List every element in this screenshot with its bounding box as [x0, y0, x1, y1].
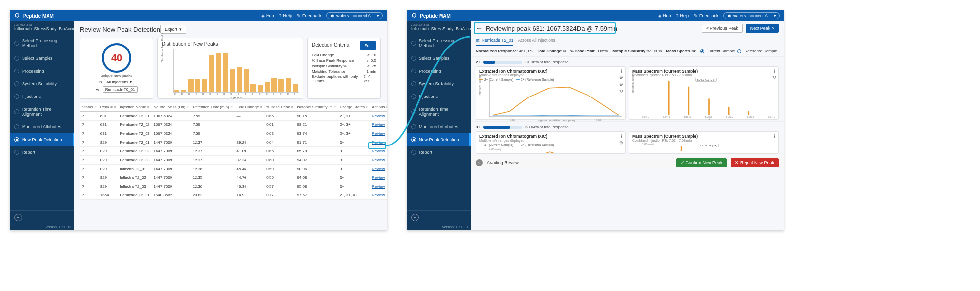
user-icon: ☻ — [330, 13, 334, 18]
radio-current-sample[interactable] — [700, 49, 704, 53]
table-row: ?829Inflectra T2_021447.700912.3544.760.… — [80, 173, 387, 182]
in-injections-select[interactable]: All Injections▾ — [104, 79, 134, 85]
review-link[interactable]: Review — [372, 167, 385, 171]
review-link[interactable]: Review — [372, 158, 385, 162]
tab-current-injection[interactable]: In: Remicade T2_01 — [476, 36, 513, 46]
step-marker-icon — [14, 56, 19, 61]
app-logo-icon — [411, 12, 417, 19]
previous-peak-button[interactable]: < Previous Peak — [702, 24, 743, 33]
table-cell: 1447.7009 — [151, 173, 191, 182]
column-header[interactable]: Actions⇵ — [370, 103, 387, 112]
criteria-key: Matching Tolerance — [312, 69, 345, 73]
sidebar-step-new-peak-detection[interactable]: New Peak Detection — [407, 133, 471, 146]
review-link[interactable]: Review — [372, 131, 385, 136]
dist-bar — [188, 79, 193, 92]
sidebar-step-injections[interactable]: Injections — [10, 90, 74, 103]
tab-across-all-injections[interactable]: Across All Injections — [518, 36, 555, 46]
sidebar-collapse-button[interactable]: « — [14, 214, 22, 221]
column-header[interactable]: Peak #⇵ — [98, 103, 118, 112]
download-icon[interactable]: ⭳ — [618, 133, 624, 139]
hub-link[interactable]: ◈Hub — [658, 13, 671, 18]
sidebar-step-report[interactable]: Report — [10, 146, 74, 159]
sidebar-step-select-samples[interactable]: Select Samples — [10, 52, 74, 65]
help-link[interactable]: ?Help — [676, 13, 689, 18]
column-header[interactable]: Fold Change⇵ — [235, 103, 265, 112]
review-link[interactable]: Review — [372, 140, 385, 145]
zoom-in-icon[interactable]: ⊕ — [618, 74, 624, 80]
sidebar-step-retention-time-alignment[interactable]: Retention Time Alignment — [407, 103, 471, 121]
table-cell: 12.35 — [191, 173, 234, 182]
column-header[interactable]: Retention Time (min)⇵ — [191, 103, 234, 112]
sidebar-step-monitored-attributes[interactable]: Monitored Attributes — [10, 121, 74, 133]
column-header[interactable]: % Base Peak⇵ — [264, 103, 295, 112]
sidebar-step-select-processing-method[interactable]: Select Processing Method — [10, 34, 74, 52]
column-header[interactable]: Charge States⇵ — [338, 103, 370, 112]
sidebar-step-report[interactable]: Report — [407, 146, 471, 159]
table-cell: ? — [80, 138, 98, 147]
sidebar-step-processing[interactable]: Processing — [10, 65, 74, 77]
column-header[interactable]: Status⇵ — [80, 103, 98, 112]
reject-new-peak-button[interactable]: ✕ Reject New Peak — [731, 158, 779, 167]
table-cell: Inflectra T2_02 — [118, 173, 152, 182]
feedback-link[interactable]: ✎Feedback — [694, 13, 719, 18]
export-button[interactable]: Export ▾ — [160, 25, 186, 34]
table-cell: ? — [80, 129, 98, 138]
ms-2-plot[interactable]: Intensity [count] m/z 534.7717 (2+) — [642, 77, 775, 115]
download-icon[interactable]: ⭳ — [771, 133, 777, 139]
table-cell: 12.37 — [191, 138, 234, 147]
user-menu[interactable]: ☻waters_connect A…▾ — [326, 12, 383, 19]
confirm-new-peak-button[interactable]: ✓ Confirm New Peak — [676, 158, 727, 167]
table-row: ?631Remicade T2_021067.53247.59—0.6198.2… — [80, 121, 387, 129]
sidebar-step-system-suitability[interactable]: System Suitability — [407, 77, 471, 90]
help-link[interactable]: ?Help — [279, 13, 292, 18]
peak-count-value: 40 — [111, 52, 122, 64]
table-cell: 39.24 — [235, 138, 265, 147]
xic-2-plot[interactable]: Intensity [count] Aligned Retention Time… — [489, 82, 622, 117]
sidebar-step-new-peak-detection[interactable]: New Peak Detection — [10, 133, 74, 146]
sidebar-step-select-samples[interactable]: Select Samples — [407, 52, 471, 65]
sidebar-step-retention-time-alignment[interactable]: Retention Time Alignment — [10, 103, 74, 121]
analysis-name[interactable]: Infliximab_StressStudy_BioAccord — [10, 26, 74, 34]
column-header[interactable]: Injection Name⇵ — [118, 103, 152, 112]
ms-3-panel: ⭳ Mass Spectrum (Current Sample) Combine… — [629, 131, 779, 154]
vs-reference-select[interactable]: Remicade T0_01 — [103, 86, 138, 93]
table-cell: 90.96 — [295, 165, 338, 173]
user-menu[interactable]: ☻waters_connect A…▾ — [723, 12, 780, 19]
table-cell: 829 — [98, 156, 118, 165]
radio-reference-sample[interactable] — [737, 49, 741, 53]
table-cell: 98.21 — [295, 121, 338, 129]
dist-bar — [286, 78, 291, 92]
download-icon[interactable]: ⭳ — [618, 68, 624, 73]
review-link[interactable]: Review — [372, 193, 385, 197]
sidebar-step-processing[interactable]: Processing — [407, 65, 471, 77]
back-arrow-icon[interactable]: ← — [476, 24, 483, 32]
actions-cell: Review — [370, 191, 387, 200]
sidebar-step-system-suitability[interactable]: System Suitability — [10, 77, 74, 90]
table-cell: 829 — [98, 173, 118, 182]
edit-criteria-button[interactable]: Edit — [360, 41, 376, 50]
feedback-link[interactable]: ✎Feedback — [297, 13, 322, 18]
sidebar-collapse-button[interactable]: « — [411, 214, 419, 221]
download-icon[interactable]: ⭳ — [771, 68, 777, 73]
sidebar-step-injections[interactable]: Injections — [407, 90, 471, 103]
table-cell: Inflectra T2_03 — [118, 182, 152, 191]
review-link[interactable]: Review — [372, 114, 385, 118]
analysis-name[interactable]: Infliximab_StressStudy_BioAccord — [407, 26, 471, 34]
table-cell: Remicade T2_01 — [118, 138, 152, 147]
step-marker-icon — [14, 69, 19, 73]
table-cell: 2+, 3+ — [338, 121, 370, 129]
zoom-in-icon[interactable]: ⊕ — [618, 140, 624, 146]
review-link[interactable]: Review — [372, 149, 385, 153]
sidebar-step-monitored-attributes[interactable]: Monitored Attributes — [407, 121, 471, 133]
column-header[interactable]: Isotopic Similarity %⇵ — [295, 103, 338, 112]
table-cell: 829 — [98, 138, 118, 147]
review-link[interactable]: Review — [372, 122, 385, 127]
hub-link[interactable]: ◈Hub — [261, 13, 274, 18]
fold-change-label: Fold Change: — [537, 49, 562, 53]
review-link[interactable]: Review — [372, 184, 385, 189]
column-header[interactable]: Neutral Mass (Da)⇵ — [151, 103, 191, 112]
next-peak-button[interactable]: Next Peak > — [746, 24, 779, 33]
review-link[interactable]: Review — [372, 175, 385, 180]
sidebar-step-select-processing-method[interactable]: Select Processing Method — [407, 34, 471, 52]
actions-cell: Review — [370, 147, 387, 156]
